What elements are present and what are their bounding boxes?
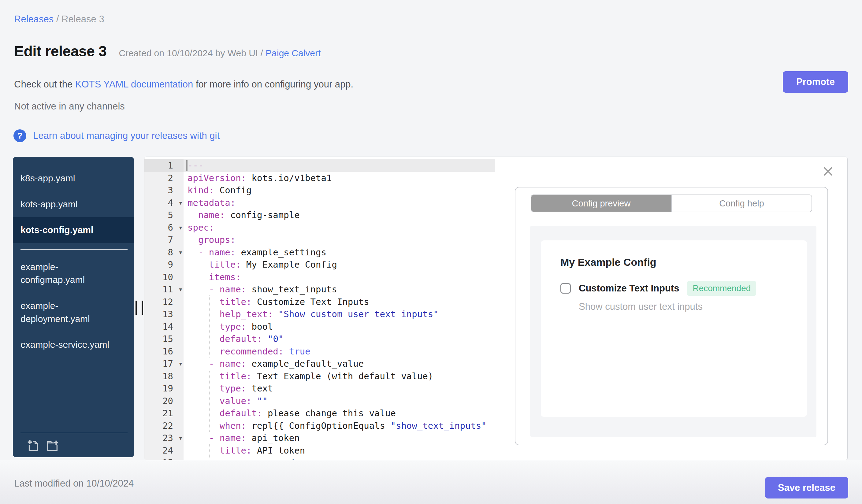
file-sidebar: k8s-app.yamlkots-app.yamlkots-config.yam… [13,157,134,457]
created-by-link[interactable]: Paige Calvert [265,48,321,58]
line-gutter: 12 [144,296,184,308]
line-gutter: 25 [144,456,184,460]
code-line-2[interactable]: 2apiVersion: kots.io/v1beta1 [144,172,495,184]
customize-text-inputs-checkbox[interactable] [560,283,571,294]
title-row: Edit release 3 Created on 10/10/2024 by … [14,43,321,59]
line-gutter: 2 [144,172,184,184]
code-line-15[interactable]: 15 default: "0" [144,333,495,345]
line-gutter: 10 [144,271,184,283]
code-line-5[interactable]: 5 name: config-sample [144,209,495,222]
file-item-example-deployment.yaml[interactable]: example-deployment.yaml [13,293,134,332]
code-line-13[interactable]: 13 help_text: "Show custom user text inp… [144,308,495,320]
line-gutter: 14 [144,320,184,333]
line-gutter: 5 [144,209,184,222]
line-gutter: 9 [144,258,184,271]
breadcrumb: Releases / Release 3 [14,14,104,25]
docs-suffix: for more info on configuring your app. [193,79,353,90]
code-line-19[interactable]: 19 type: text [144,382,495,395]
text-cursor [186,160,187,171]
file-item-kots-app.yaml[interactable]: kots-app.yaml [13,191,134,217]
line-gutter: 1 [144,159,184,172]
code-line-7[interactable]: 7 groups: [144,234,495,246]
breadcrumb-releases-link[interactable]: Releases [14,14,53,25]
kots-yaml-docs-link[interactable]: KOTS YAML documentation [75,79,193,90]
config-render-area: My Example Config Customize Text Inputs … [530,226,817,437]
config-tabs: Config previewConfig help [531,195,812,212]
code-line-1[interactable]: 1--- [144,159,495,172]
fold-arrow-icon[interactable]: ▾ [179,360,182,367]
new-file-icon[interactable] [26,439,40,453]
code-line-10[interactable]: 10 items: [144,271,495,283]
yaml-code-editor[interactable]: 1---2apiVersion: kots.io/v1beta13kind: C… [144,157,495,460]
fold-arrow-icon[interactable]: ▾ [179,224,182,231]
code-line-4[interactable]: 4▾metadata: [144,197,495,209]
created-text: Created on 10/10/2024 by Web UI / [119,48,266,58]
page-title: Edit release 3 [14,43,107,59]
code-line-14[interactable]: 14 type: bool [144,320,495,333]
breadcrumb-current: Release 3 [62,14,104,25]
code-line-21[interactable]: 21 default: please change this value [144,407,495,420]
footer-bar: Last modified on 10/10/2024 Save release [0,460,862,504]
close-icon[interactable] [823,166,833,176]
code-line-17[interactable]: 17▾ - name: example_default_value [144,358,495,370]
line-gutter: 17▾ [144,358,184,370]
line-gutter: 19 [144,382,184,395]
config-group-card: My Example Config Customize Text Inputs … [541,240,807,417]
sidebar-footer-divider [21,433,128,433]
tab-config-help[interactable]: Config help [671,195,811,212]
line-gutter: 16 [144,345,184,358]
code-line-6[interactable]: 6▾spec: [144,222,495,234]
line-gutter: 21 [144,407,184,420]
config-item-help: Show custom user text inputs [579,301,807,312]
line-gutter: 13 [144,308,184,320]
line-gutter: 23▾ [144,432,184,445]
fold-arrow-icon[interactable]: ▾ [179,435,182,442]
config-item-label: Customize Text Inputs [579,283,679,294]
code-line-18[interactable]: 18 title: Text Example (with default val… [144,370,495,383]
line-gutter: 7 [144,234,184,246]
last-modified-text: Last modified on 10/10/2024 [14,478,134,489]
code-line-20[interactable]: 20 value: "" [144,395,495,407]
line-gutter: 3 [144,184,184,197]
file-item-example-service.yaml[interactable]: example-service.yaml [13,332,134,358]
line-gutter: 24 [144,445,184,457]
code-line-16[interactable]: 16 recommended: true [144,345,495,358]
line-gutter: 15 [144,333,184,345]
file-item-kots-config.yaml[interactable]: kots-config.yaml [13,217,134,243]
file-list-top: k8s-app.yamlkots-app.yamlkots-config.yam… [13,165,134,243]
code-line-3[interactable]: 3kind: Config [144,184,495,197]
code-line-23[interactable]: 23▾ - name: api_token [144,432,495,445]
line-gutter: 20 [144,395,184,407]
code-line-24[interactable]: 24 title: API token [144,445,495,457]
help-question-icon[interactable]: ? [13,129,26,142]
code-line-22[interactable]: 22 when: repl{{ ConfigOptionEquals "show… [144,420,495,432]
recommended-badge: Recommended [687,281,756,296]
file-list-bottom: example-configmap.yamlexample-deployment… [13,254,134,358]
sidebar-resize-handle[interactable] [135,301,143,315]
promote-button[interactable]: Promote [783,71,848,93]
line-gutter: 22 [144,420,184,432]
code-line-12[interactable]: 12 title: Customize Text Inputs [144,296,495,308]
code-line-25[interactable]: 25 type: password [144,456,495,460]
tab-config-preview[interactable]: Config preview [531,195,671,212]
save-release-button[interactable]: Save release [765,477,848,499]
editor-lines: 1---2apiVersion: kots.io/v1beta13kind: C… [144,159,495,460]
code-line-9[interactable]: 9 title: My Example Config [144,258,495,271]
config-item-row: Customize Text Inputs Recommended [560,281,807,296]
fold-arrow-icon[interactable]: ▾ [179,249,182,256]
code-line-11[interactable]: 11▾ - name: show_text_inputs [144,283,495,296]
code-line-8[interactable]: 8▾ - name: example_settings [144,246,495,259]
new-folder-icon[interactable] [45,439,59,453]
sidebar-footer [13,427,134,453]
git-releases-link[interactable]: Learn about managing your releases with … [33,130,220,141]
created-info: Created on 10/10/2024 by Web UI / Paige … [119,48,321,58]
file-item-example-configmap.yaml[interactable]: example-configmap.yaml [13,254,134,293]
editor-preview-container: 1---2apiVersion: kots.io/v1beta13kind: C… [144,157,848,460]
fold-arrow-icon[interactable]: ▾ [179,286,182,293]
file-item-k8s-app.yaml[interactable]: k8s-app.yaml [13,165,134,191]
release-editor-page: Releases / Release 3 Edit release 3 Crea… [0,0,862,504]
line-gutter: 4▾ [144,197,184,209]
fold-arrow-icon[interactable]: ▾ [179,199,182,206]
line-gutter: 8▾ [144,246,184,259]
breadcrumb-separator: / [53,14,62,25]
